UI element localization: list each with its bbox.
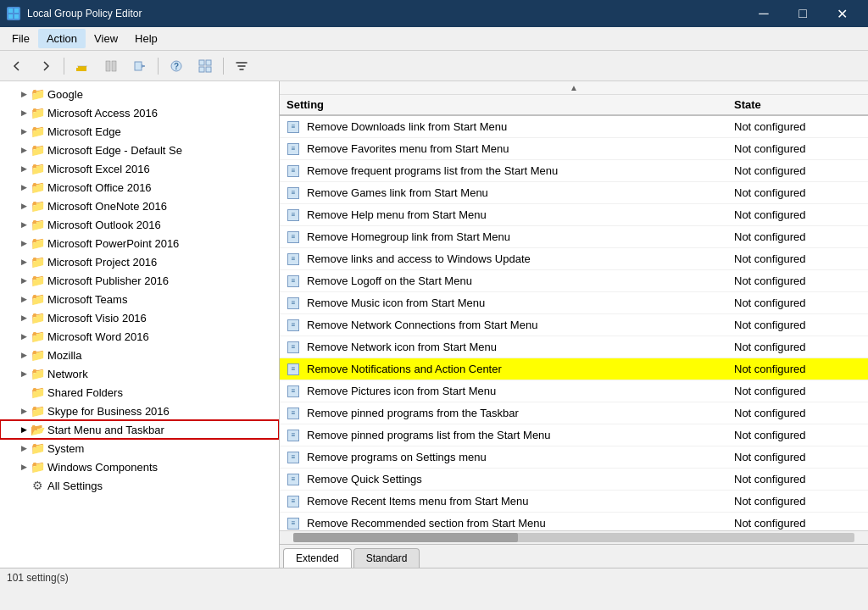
tree-item-ms-edge[interactable]: ▶ 📁 Microsoft Edge <box>0 122 279 141</box>
setting-icon: ≡ <box>287 385 300 398</box>
menu-help[interactable]: Help <box>126 29 166 48</box>
setting-icon: ≡ <box>287 208 300 222</box>
setting-row-logoff[interactable]: ≡ Remove Logoff on the Start Menu Not co… <box>280 270 868 292</box>
scrollbar-track <box>293 533 854 542</box>
minimize-button[interactable]: ─ <box>744 0 783 27</box>
folder-icon: 📁 <box>31 236 44 250</box>
setting-icon: ≡ <box>287 429 300 442</box>
folder-icon: 📁 <box>31 106 44 119</box>
setting-icon: ≡ <box>287 517 300 530</box>
setting-row-help[interactable]: ≡ Remove Help menu from Start Menu Not c… <box>280 204 868 226</box>
chevron-icon: ▶ <box>17 292 31 306</box>
tree-item-ms-onenote[interactable]: ▶ 📁 Microsoft OneNote 2016 <box>0 197 279 215</box>
tree-item-ms-visio[interactable]: ▶ 📁 Microsoft Visio 2016 <box>0 308 279 327</box>
setting-row-recommended[interactable]: ≡ Remove Recommended section from Start … <box>280 513 868 530</box>
setting-state: Not configured <box>734 297 861 309</box>
scrollbar-thumb[interactable] <box>293 533 518 542</box>
setting-name: Remove Homegroup link from Start Menu <box>307 230 734 243</box>
svg-rect-15 <box>206 67 211 72</box>
setting-name: Remove Notifications and Action Center <box>307 363 734 375</box>
tree-item-ms-excel[interactable]: ▶ 📁 Microsoft Excel 2016 <box>0 159 279 178</box>
tree-item-ms-publisher[interactable]: ▶ 📁 Microsoft Publisher 2016 <box>0 271 279 290</box>
setting-state: Not configured <box>734 363 861 375</box>
show-hide-button[interactable] <box>97 54 125 78</box>
setting-name: Remove Downloads link from Start Menu <box>307 120 734 133</box>
tree-item-system[interactable]: ▶ 📁 System <box>0 439 279 458</box>
export-button[interactable] <box>126 54 153 78</box>
tree-item-ms-teams[interactable]: ▶ 📁 Microsoft Teams <box>0 290 279 308</box>
setting-row-games[interactable]: ≡ Remove Games link from Start Menu Not … <box>280 182 868 204</box>
tree-item-start-menu[interactable]: ▶ 📂 Start Menu and Taskbar <box>0 420 279 439</box>
restore-button[interactable]: □ <box>783 0 822 27</box>
setting-icon: ≡ <box>287 319 300 332</box>
setting-state: Not configured <box>734 473 861 485</box>
setting-row-frequent[interactable]: ≡ Remove frequent programs list from the… <box>280 160 868 182</box>
setting-state: Not configured <box>734 142 861 155</box>
setting-icon: ≡ <box>287 142 300 156</box>
back-button[interactable] <box>3 54 31 78</box>
horizontal-scrollbar[interactable] <box>280 530 868 544</box>
setting-row-programs-settings[interactable]: ≡ Remove programs on Settings menu Not c… <box>280 446 868 469</box>
tree-item-ms-project[interactable]: ▶ 📁 Microsoft Project 2016 <box>0 252 279 271</box>
setting-icon: ≡ <box>287 252 300 266</box>
tree-item-shared-folders[interactable]: ▶ 📁 Shared Folders <box>0 383 279 402</box>
folder-open-icon: 📂 <box>31 423 44 436</box>
setting-row-pinned-list[interactable]: ≡ Remove pinned programs list from the S… <box>280 424 868 446</box>
svg-rect-2 <box>8 14 13 19</box>
tree-item-skype[interactable]: ▶ 📁 Skype for Business 2016 <box>0 402 279 420</box>
tree-item-windows-components[interactable]: ▶ 📁 Windows Components <box>0 458 279 476</box>
svg-rect-6 <box>106 61 110 71</box>
setting-row-downloads[interactable]: ≡ Remove Downloads link from Start Menu … <box>280 116 868 138</box>
folder-icon: 📁 <box>31 311 44 324</box>
tree-item-google[interactable]: ▶ 📁 Google <box>0 85 279 103</box>
setting-icon: ≡ <box>287 363 300 376</box>
tree-label: Microsoft Access 2016 <box>47 107 158 119</box>
tree-item-ms-word[interactable]: ▶ 📁 Microsoft Word 2016 <box>0 327 279 346</box>
setting-name: Remove Network Connections from Start Me… <box>307 319 734 331</box>
setting-row-windows-update[interactable]: ≡ Remove links and access to Windows Upd… <box>280 248 868 270</box>
setting-row-music[interactable]: ≡ Remove Music icon from Start Menu Not … <box>280 292 868 314</box>
properties-button[interactable] <box>192 54 219 78</box>
menu-action[interactable]: Action <box>38 29 86 48</box>
tab-standard[interactable]: Standard <box>353 548 420 568</box>
tab-extended[interactable]: Extended <box>283 548 352 568</box>
tree-item-ms-powerpoint[interactable]: ▶ 📁 Microsoft PowerPoint 2016 <box>0 234 279 252</box>
setting-icon: ≡ <box>287 274 300 288</box>
setting-row-favorites[interactable]: ≡ Remove Favorites menu from Start Menu … <box>280 138 868 160</box>
tree-item-ms-edge-default[interactable]: ▶ 📁 Microsoft Edge - Default Se <box>0 141 279 159</box>
setting-name: Remove Network icon from Start Menu <box>307 341 734 353</box>
tree-item-network[interactable]: ▶ 📁 Network <box>0 364 279 383</box>
setting-row-quick-settings[interactable]: ≡ Remove Quick Settings Not configured <box>280 469 868 491</box>
close-button[interactable]: ✕ <box>822 0 861 27</box>
forward-button[interactable] <box>32 54 59 78</box>
scroll-up-arrow: ▲ <box>570 83 578 92</box>
chevron-icon: ▶ <box>17 274 31 287</box>
setting-name: Remove Games link from Start Menu <box>307 186 734 199</box>
menu-view[interactable]: View <box>86 29 126 48</box>
tree-item-mozilla[interactable]: ▶ 📁 Mozilla <box>0 346 279 364</box>
setting-state: Not configured <box>734 341 861 353</box>
tree-label: Microsoft Project 2016 <box>47 256 157 269</box>
setting-row-network-connections[interactable]: ≡ Remove Network Connections from Start … <box>280 314 868 336</box>
tree-label: Microsoft Visio 2016 <box>47 312 147 324</box>
svg-rect-14 <box>199 67 204 72</box>
setting-row-network-icon[interactable]: ≡ Remove Network icon from Start Menu No… <box>280 336 868 358</box>
tree-item-ms-outlook[interactable]: ▶ 📁 Microsoft Outlook 2016 <box>0 215 279 234</box>
scroll-indicator-top[interactable]: ▲ <box>280 81 868 95</box>
help-button[interactable]: ? <box>163 54 190 78</box>
setting-row-notifications[interactable]: ≡ Remove Notifications and Action Center… <box>280 358 868 380</box>
up-button[interactable] <box>69 54 96 78</box>
tree-item-ms-access[interactable]: ▶ 📁 Microsoft Access 2016 <box>0 103 279 122</box>
setting-state: Not configured <box>734 451 861 463</box>
tree-item-ms-office[interactable]: ▶ 📁 Microsoft Office 2016 <box>0 178 279 197</box>
setting-row-pinned-taskbar[interactable]: ≡ Remove pinned programs from the Taskba… <box>280 402 868 424</box>
tree-item-all-settings[interactable]: ▶ ⚙ All Settings <box>0 476 279 495</box>
setting-row-homegroup[interactable]: ≡ Remove Homegroup link from Start Menu … <box>280 226 868 248</box>
setting-row-recent-items[interactable]: ≡ Remove Recent Items menu from Start Me… <box>280 491 868 513</box>
setting-name: Remove links and access to Windows Updat… <box>307 252 734 265</box>
menu-file[interactable]: File <box>3 29 38 48</box>
setting-row-pictures[interactable]: ≡ Remove Pictures icon from Start Menu N… <box>280 380 868 402</box>
filter-button[interactable] <box>228 54 255 78</box>
setting-name: Remove Recommended section from Start Me… <box>307 517 734 530</box>
folder-icon: 📁 <box>31 460 44 474</box>
